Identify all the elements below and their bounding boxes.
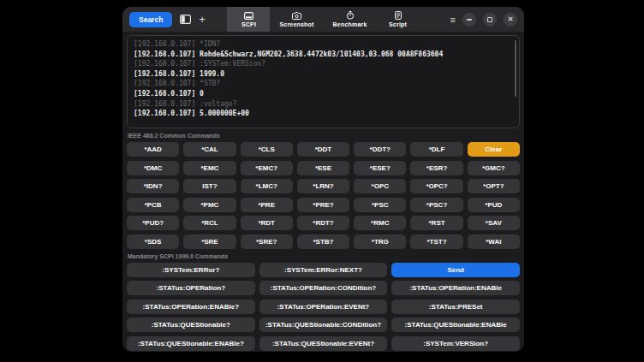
command-button[interactable]: *OPT? — [468, 179, 520, 193]
command-button[interactable]: *RDT? — [297, 216, 349, 230]
log-line: [192.168.0.107] 0 — [134, 89, 513, 99]
command-button[interactable]: *ESE? — [354, 161, 406, 175]
app-window: Search + — [122, 7, 524, 352]
command-button[interactable]: *PRE — [241, 198, 293, 212]
maximize-icon — [487, 17, 492, 22]
command-button[interactable]: *PRE? — [297, 198, 349, 212]
command-button[interactable]: *ESR? — [410, 161, 462, 175]
search-button[interactable]: Search — [129, 12, 172, 27]
terminal-icon — [244, 12, 253, 20]
plus-icon: + — [199, 14, 206, 25]
command-button[interactable]: *EMC? — [241, 161, 293, 175]
log-line: [192.168.0.107] *STB? — [134, 79, 513, 89]
command-button[interactable]: *EMC — [183, 161, 236, 175]
command-button[interactable]: *DLF — [410, 142, 462, 157]
sidebar-toggle-icon — [180, 15, 191, 24]
command-button[interactable]: *OPC? — [410, 179, 462, 193]
command-button[interactable]: *IDN? — [127, 179, 179, 193]
sidebar-toggle-button[interactable] — [180, 15, 191, 24]
log-line: [192.168.0.107] *IDN? — [134, 39, 513, 50]
command-button[interactable]: *PSC? — [410, 198, 462, 212]
minimize-button[interactable] — [462, 13, 476, 27]
log-scrollbar[interactable] — [515, 40, 516, 97]
command-button[interactable]: :STATus:OPERation:EVENt? — [259, 300, 388, 314]
titlebar-right: ≡ ✕ — [420, 7, 517, 32]
command-button[interactable]: *RCL — [183, 216, 236, 230]
command-button[interactable]: *DDT — [297, 142, 349, 157]
close-button[interactable]: ✕ — [504, 13, 517, 27]
scpi-command-grid: :SYSTem:ERRor? :SYSTem:ERRor:NEXT? Send … — [127, 263, 520, 351]
main-content: [192.168.0.107] *IDN? [192.168.0.107] Ro… — [122, 32, 524, 352]
command-button[interactable]: *PUD — [468, 198, 520, 212]
command-button[interactable]: :STATus:QUEStionable:ENABle? — [127, 336, 255, 351]
menu-button[interactable]: ≡ — [450, 15, 456, 25]
command-button[interactable]: *TRG — [354, 234, 406, 249]
command-button[interactable]: *RMC — [354, 216, 406, 230]
tab-benchmark[interactable]: Benchmark — [324, 7, 377, 32]
command-button[interactable]: *DDT? — [354, 142, 406, 157]
command-button[interactable]: *ESE — [297, 161, 349, 175]
command-button[interactable]: *SRE — [183, 234, 236, 249]
command-button[interactable]: IST? — [183, 179, 236, 193]
command-button[interactable]: :STATus:QUEStionable? — [127, 317, 255, 332]
command-button[interactable]: *SDS — [127, 234, 179, 249]
command-button[interactable]: *GMC? — [468, 161, 520, 175]
command-button[interactable]: *AAD — [127, 142, 179, 157]
command-button[interactable]: *PUD? — [127, 216, 179, 230]
command-button[interactable]: *LRN? — [297, 179, 349, 193]
stopwatch-icon — [346, 11, 355, 20]
log-line: [192.168.0.107] 1999.0 — [134, 69, 513, 80]
command-button[interactable]: *LMC? — [241, 179, 293, 193]
command-button[interactable]: Clear — [468, 142, 520, 157]
tab-label: Screenshot — [279, 21, 313, 27]
tab-screenshot[interactable]: Screenshot — [270, 7, 323, 32]
command-button[interactable]: :STATus:QUEStionable:ENABle — [391, 317, 520, 332]
command-button[interactable]: *CLS — [241, 142, 293, 157]
script-icon — [395, 11, 402, 20]
command-button[interactable]: :STATus:OPERation? — [127, 281, 255, 295]
command-button[interactable]: *RDT — [241, 216, 293, 230]
tab-label: Script — [389, 21, 407, 27]
command-button[interactable]: *DMC — [127, 161, 179, 175]
log-line: [192.168.0.107] :SYSTem:VERSion? — [134, 59, 513, 69]
command-button[interactable]: :SYSTem:ERRor? — [127, 263, 255, 277]
command-button[interactable]: *PMC — [183, 198, 236, 212]
tab-bar: SCPI Screenshot — [227, 7, 419, 32]
command-button[interactable]: :STATus:QUEStionable:CONDition? — [259, 317, 388, 332]
camera-icon — [292, 12, 301, 20]
titlebar: Search + — [122, 7, 524, 32]
new-tab-button[interactable]: + — [199, 14, 206, 25]
command-button[interactable]: :STATus:OPERation:ENABle — [391, 281, 520, 295]
minimize-icon — [467, 19, 472, 21]
command-button[interactable]: *TST? — [410, 234, 462, 249]
command-button[interactable]: :STATus:OPERation:CONDition? — [259, 281, 388, 295]
scpi-log: [192.168.0.107] *IDN? [192.168.0.107] Ro… — [127, 35, 520, 128]
command-button[interactable]: *WAI — [468, 234, 520, 249]
command-button[interactable]: *STB? — [297, 234, 349, 249]
command-button[interactable]: Send — [391, 263, 520, 277]
close-icon: ✕ — [508, 16, 514, 23]
command-button[interactable]: :SYSTem:VERSion? — [391, 336, 520, 351]
tab-scpi[interactable]: SCPI — [227, 7, 270, 32]
ieee-section-title: IEEE 488.2 Common Commands — [128, 133, 519, 139]
scpi-section-title: Mandatory SCPI 1999.0 Commands — [128, 253, 519, 259]
command-button[interactable]: *PSC — [354, 198, 406, 212]
command-button[interactable]: *CAL — [183, 142, 236, 157]
ieee-command-grid: *AAD *CAL *CLS *DDT *DDT? *DLF Clear *DM… — [127, 142, 520, 249]
command-button[interactable]: :SYSTem:ERRor:NEXT? — [259, 263, 388, 277]
command-button[interactable]: *OPC — [354, 179, 406, 193]
command-button[interactable]: :STATus:QUEStionable:EVENt? — [259, 336, 388, 351]
log-line: [192.168.0.107] :voltage? — [134, 99, 513, 110]
tab-label: SCPI — [242, 21, 256, 27]
command-button[interactable]: *PCB — [127, 198, 179, 212]
command-button[interactable]: *RST — [410, 216, 462, 230]
maximize-button[interactable] — [483, 13, 497, 27]
tab-script[interactable]: Script — [377, 7, 420, 32]
command-button[interactable]: :STATus:OPERation:ENABle? — [127, 300, 255, 314]
log-line: [192.168.0.107] Rohde&Schwarz,NGM202,363… — [134, 50, 513, 60]
command-button[interactable]: *SAV — [468, 216, 520, 230]
command-button[interactable]: *SRE? — [241, 234, 293, 249]
hamburger-icon: ≡ — [450, 15, 456, 25]
command-button[interactable]: :STATus:PRESet — [391, 300, 520, 314]
tab-label: Benchmark — [333, 21, 367, 27]
